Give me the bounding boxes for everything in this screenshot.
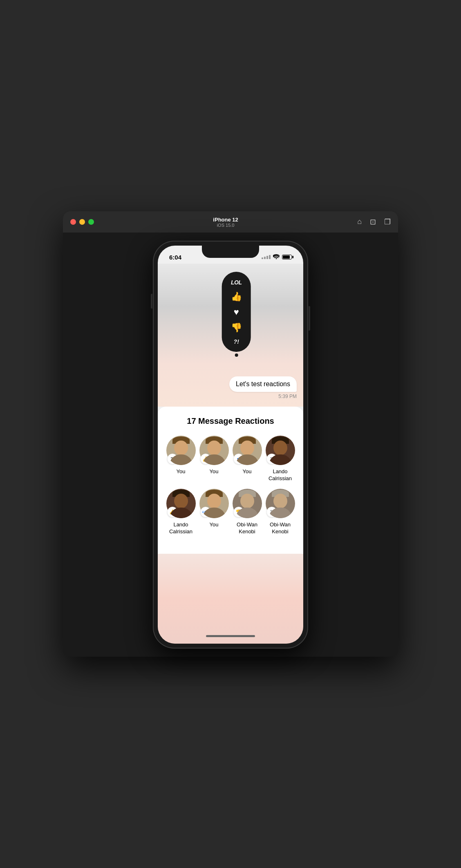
person-name: Obi-WanKenobi	[237, 521, 257, 535]
status-time: 6:04	[169, 254, 181, 261]
reaction-lol[interactable]: LOL	[231, 279, 242, 286]
list-item: ?! LandoCalrissian	[265, 436, 295, 482]
person-name: LandoCalrissian	[269, 468, 292, 482]
avatar-image	[166, 436, 196, 465]
mac-window: iPhone 12 iOS 15.0 ⌂ ⊡ ❐ 6:04	[63, 211, 398, 657]
avatar: ?!	[166, 436, 196, 465]
reaction-heart[interactable]: ♥	[234, 308, 239, 317]
person-name: You	[243, 468, 252, 475]
reaction-thumbsup[interactable]: 👍	[231, 292, 242, 301]
phone-frame: 6:04	[153, 241, 308, 649]
list-item: ?! Obi-WanKenobi	[265, 489, 295, 535]
avatar: LOL	[199, 489, 229, 518]
avatar: ?!	[266, 436, 295, 465]
reactions-grid: ?! You 👍	[166, 436, 295, 535]
person-name: You	[210, 521, 219, 528]
reaction-popup: LOL 👍 ♥ 👎 ?!	[222, 272, 251, 352]
avatar-image	[266, 489, 295, 518]
list-item: 👍 LandoCalrissian	[166, 489, 196, 535]
battery-icon	[282, 255, 292, 260]
list-item: 👍 You	[199, 436, 229, 482]
avatar-image	[166, 489, 196, 518]
home-indicator[interactable]	[206, 635, 255, 637]
avatar: 👎	[233, 489, 262, 518]
avatar-image	[233, 436, 262, 465]
person-name: Obi-WanKenobi	[270, 521, 291, 535]
frame-body: 6:04	[63, 233, 398, 657]
minimize-button[interactable]	[79, 219, 85, 225]
list-item: ♥ You	[232, 436, 262, 482]
avatar-image	[199, 436, 229, 465]
reaction-exclamation[interactable]: ?!	[234, 339, 239, 345]
list-item: LOL You	[199, 489, 229, 535]
avatar-image	[199, 489, 229, 518]
window-icon[interactable]: ❐	[384, 217, 391, 226]
message-container: Let's test reactions	[158, 376, 303, 394]
maximize-button[interactable]	[88, 219, 94, 225]
toolbar-icons: ⌂ ⊡ ❐	[357, 217, 391, 226]
list-item: ?! You	[166, 436, 196, 482]
chat-area: LOL 👍 ♥ 👎 ?! Let's test reactions 5:39 P…	[158, 264, 303, 407]
avatar: 👍	[166, 489, 196, 518]
person-name: You	[210, 468, 219, 475]
avatar: 👍	[199, 436, 229, 465]
phone-notch	[202, 246, 259, 258]
avatar-image	[233, 489, 262, 518]
mac-titlebar: iPhone 12 iOS 15.0 ⌂ ⊡ ❐	[63, 211, 398, 233]
message-time: 5:39 PM	[158, 394, 303, 403]
window-controls	[70, 219, 94, 225]
status-icons	[262, 254, 292, 260]
home-icon[interactable]: ⌂	[357, 217, 362, 226]
person-name: LandoCalrissian	[169, 521, 192, 535]
bottom-area	[158, 554, 303, 644]
reactions-title: 17 Message Reactions	[166, 416, 295, 426]
wifi-icon	[273, 254, 280, 260]
signal-icon	[262, 255, 271, 259]
message-text: Let's test reactions	[236, 380, 290, 387]
window-title: iPhone 12 iOS 15.0	[94, 217, 357, 228]
close-button[interactable]	[70, 219, 76, 225]
screenshot-icon[interactable]: ⊡	[370, 217, 376, 226]
list-item: 👎 Obi-WanKenobi	[232, 489, 262, 535]
message-bubble: Let's test reactions	[229, 376, 297, 392]
avatar-image	[266, 436, 295, 465]
reactions-sheet: 17 Message Reactions ?!	[158, 407, 303, 554]
avatar: ♥	[233, 436, 262, 465]
person-name: You	[177, 468, 186, 475]
phone-screen: 6:04	[158, 246, 303, 644]
avatar: ?!	[266, 489, 295, 518]
reaction-thumbsdown[interactable]: 👎	[231, 323, 242, 332]
